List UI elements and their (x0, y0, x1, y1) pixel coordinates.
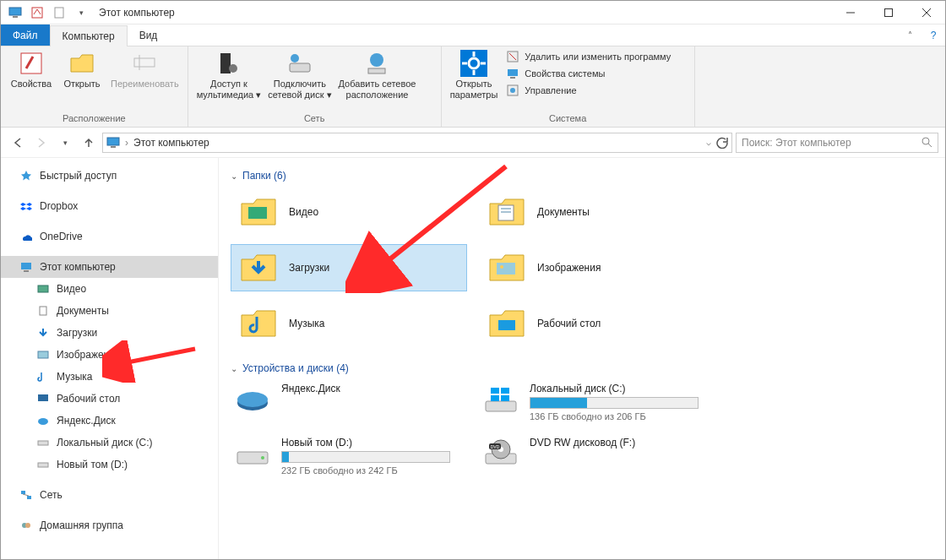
svg-point-62 (261, 456, 264, 459)
folder-tile-desktop[interactable]: Рабочий стол (479, 300, 715, 347)
tab-view[interactable]: Вид (128, 24, 170, 46)
ribbon-add-netloc-button[interactable]: Добавить сетевое расположение (335, 48, 420, 101)
section-folders-label: Папки (6) (242, 170, 286, 182)
ribbon-sysprops-item[interactable]: Свойства системы (506, 67, 671, 80)
ribbon-netloc-label1: Добавить сетевое (339, 79, 416, 90)
ribbon-collapse-icon[interactable]: ˄ (898, 24, 922, 46)
folder-tile-downloads[interactable]: Загрузки (231, 244, 467, 291)
ribbon-properties-button[interactable]: Свойства (6, 48, 57, 91)
svg-rect-33 (21, 263, 31, 269)
svg-rect-1 (13, 16, 18, 18)
sidebar-label: Музыка (57, 371, 92, 383)
star-icon (19, 169, 33, 182)
breadcrumb-root[interactable]: Этот компьютер (133, 137, 209, 149)
folder-tile-pictures[interactable]: Изображения (479, 244, 715, 291)
svg-rect-48 (498, 205, 514, 220)
svg-point-52 (500, 265, 503, 269)
svg-rect-47 (248, 207, 267, 219)
drive-tile-yandex[interactable]: Яндекс.Диск (231, 381, 467, 423)
nav-back-button[interactable] (8, 133, 28, 153)
drive-name: DVD RW дисковод (F:) (530, 437, 712, 449)
ribbon-media-access-button[interactable]: Доступ к мультимедиа ▾ (193, 48, 265, 101)
drive-tile-local-c[interactable]: Локальный диск (C:) 136 ГБ свободно из 2… (479, 381, 715, 423)
search-box[interactable]: Поиск: Этот компьютер (736, 133, 938, 153)
sidebar-item-network[interactable]: Сеть (1, 484, 218, 506)
address-dropdown-icon[interactable]: ⌵ (706, 138, 711, 147)
help-icon[interactable]: ? (922, 24, 945, 46)
qat-dropdown-icon[interactable]: ▾ (72, 3, 90, 22)
svg-rect-35 (38, 285, 48, 292)
minimize-button[interactable] (831, 1, 869, 24)
sidebar-item-music[interactable]: Музыка (1, 366, 218, 388)
ribbon-open-button[interactable]: Открыть (57, 48, 107, 91)
titlebar: ▾ Этот компьютер (1, 1, 945, 24)
drive-name: Локальный диск (C:) (530, 383, 712, 394)
sidebar-item-dropbox[interactable]: Dropbox (1, 195, 218, 217)
pc-icon (19, 260, 33, 274)
svg-rect-38 (38, 394, 48, 401)
map-drive-icon (286, 50, 313, 77)
sidebar-item-downloads[interactable]: Загрузки (1, 322, 218, 344)
uninstall-icon (506, 50, 519, 63)
ribbon: Свойства Открыть Переименовать Расположе… (1, 46, 945, 128)
folder-label: Загрузки (289, 262, 329, 274)
address-row: ▾ › Этот компьютер ⌵ Поиск: Этот компьют… (1, 128, 945, 158)
content-pane: ⌄ Папки (6) Видео Документы (219, 158, 945, 559)
ribbon-open-settings-button[interactable]: Открыть параметры (447, 48, 502, 101)
ribbon-map-drive-button[interactable]: Подключить сетевой диск ▾ (264, 48, 334, 101)
folder-label: Документы (537, 206, 590, 218)
desktop-icon (36, 392, 50, 405)
tab-computer[interactable]: Компьютер (50, 25, 128, 46)
ribbon-manage-item[interactable]: Управление (506, 84, 671, 97)
pictures-icon (36, 348, 50, 362)
qat-doc-icon[interactable] (50, 3, 68, 22)
close-button[interactable] (907, 1, 945, 24)
sidebar-item-local-c[interactable]: Локальный диск (C:) (1, 432, 218, 454)
drive-tile-dvd[interactable]: DVD DVD RW дисковод (F:) (479, 435, 715, 477)
section-drives-label: Устройства и диски (4) (242, 362, 349, 374)
section-folders-header[interactable]: ⌄ Папки (6) (231, 170, 933, 182)
maximize-button[interactable] (869, 1, 907, 24)
svg-rect-56 (486, 401, 516, 411)
sidebar-item-yandex-disk[interactable]: Яндекс.Диск (1, 410, 218, 432)
sidebar-item-new-vol-d[interactable]: Новый том (D:) (1, 454, 218, 476)
svg-point-12 (229, 64, 237, 73)
folder-tile-video[interactable]: Видео (231, 188, 467, 236)
svg-rect-5 (884, 8, 892, 16)
sidebar-item-onedrive[interactable]: OneDrive (1, 226, 218, 247)
folder-tile-music[interactable]: Музыка (231, 300, 467, 347)
sidebar-item-videos[interactable]: Видео (1, 278, 218, 300)
drive-name: Яндекс.Диск (281, 383, 464, 394)
chevron-down-icon: ⌄ (231, 171, 237, 181)
refresh-icon[interactable] (716, 137, 728, 149)
yandex-disk-icon (36, 414, 50, 427)
qat-properties-icon[interactable] (28, 3, 46, 22)
sidebar-item-this-pc[interactable]: Этот компьютер (1, 256, 218, 278)
sidebar-label: Рабочий стол (57, 393, 120, 405)
nav-up-button[interactable] (79, 133, 99, 153)
address-bar[interactable]: › Этот компьютер ⌵ (102, 133, 732, 153)
svg-point-39 (38, 418, 48, 425)
hdd-drive-icon (234, 437, 271, 470)
music-icon (36, 370, 50, 383)
drive-tile-new-d[interactable]: Новый том (D:) 232 ГБ свободно из 242 ГБ (231, 435, 467, 477)
qat-pc-icon[interactable] (6, 3, 24, 22)
ribbon-uninstall-label: Удалить или изменить программу (525, 52, 671, 62)
svg-rect-53 (498, 320, 515, 330)
breadcrumb-chevron-icon[interactable]: › (125, 137, 128, 149)
sidebar-item-desktop[interactable]: Рабочий стол (1, 388, 218, 410)
ribbon-manage-label: Управление (525, 85, 576, 95)
tab-file[interactable]: Файл (1, 24, 50, 46)
nav-recent-button[interactable]: ▾ (55, 133, 75, 153)
svg-text:DVD: DVD (491, 444, 500, 449)
sidebar-item-pictures[interactable]: Изображения (1, 344, 218, 366)
ribbon-uninstall-item[interactable]: Удалить или изменить программу (506, 50, 671, 63)
sidebar-item-quick-access[interactable]: Быстрый доступ (1, 165, 218, 187)
sidebar-item-documents[interactable]: Документы (1, 300, 218, 322)
sidebar-item-homegroup[interactable]: Домашняя группа (1, 514, 218, 536)
video-folder-icon (240, 195, 277, 229)
folder-label: Рабочий стол (537, 318, 601, 329)
section-drives-header[interactable]: ⌄ Устройства и диски (4) (231, 362, 933, 374)
folder-tile-documents[interactable]: Документы (479, 188, 715, 236)
sidebar-label: Изображения (57, 349, 120, 361)
